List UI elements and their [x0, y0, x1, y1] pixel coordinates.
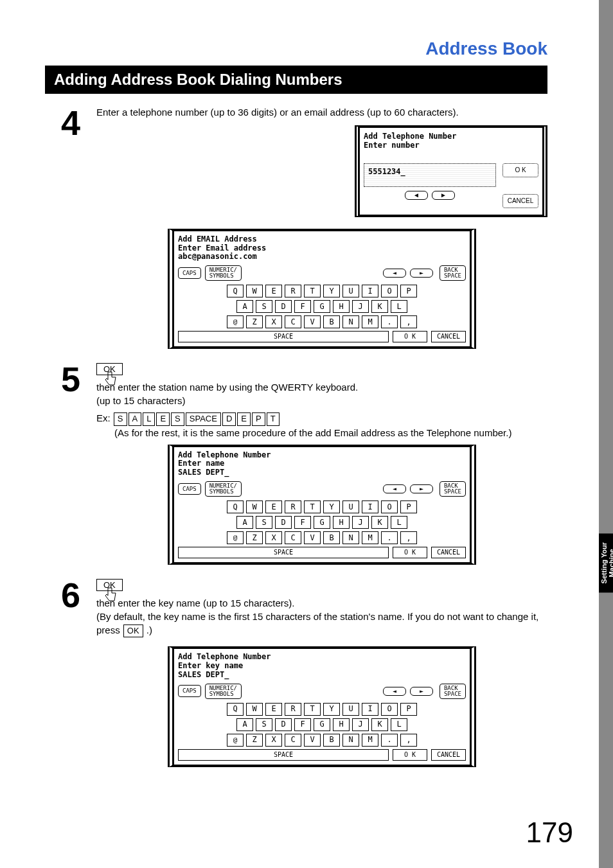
ok-button[interactable]: O K	[393, 749, 427, 761]
key-o[interactable]: O	[381, 500, 398, 513]
space-key[interactable]: SPACE	[178, 749, 389, 761]
key-g[interactable]: G	[314, 516, 330, 529]
left-arrow-button[interactable]: ◄	[383, 484, 406, 493]
right-arrow-button[interactable]: ►	[410, 484, 433, 493]
space-key[interactable]: SPACE	[178, 547, 389, 558]
key-@[interactable]: @	[227, 315, 244, 328]
key-p[interactable]: P	[400, 500, 417, 513]
key-l[interactable]: L	[391, 516, 407, 529]
caps-button[interactable]: CAPS	[178, 483, 201, 495]
key-g[interactable]: G	[314, 718, 330, 731]
key-d[interactable]: D	[275, 516, 292, 529]
key-@[interactable]: @	[227, 734, 244, 747]
backspace-button[interactable]: BACK SPACE	[440, 265, 466, 281]
key-.[interactable]: .	[381, 531, 398, 544]
key-i[interactable]: I	[362, 500, 378, 513]
key-t[interactable]: T	[304, 500, 321, 513]
caps-button[interactable]: CAPS	[178, 267, 201, 279]
key-l[interactable]: L	[391, 300, 407, 313]
key-i[interactable]: I	[362, 703, 378, 716]
key-s[interactable]: S	[256, 718, 272, 731]
key-,[interactable]: ,	[400, 315, 417, 328]
key-f[interactable]: F	[294, 516, 311, 529]
numeric-symbols-button[interactable]: NUMERIC/ SYMBOLS	[205, 481, 242, 497]
key-x[interactable]: X	[265, 531, 282, 544]
key-f[interactable]: F	[294, 718, 311, 731]
key-u[interactable]: U	[342, 285, 359, 297]
key-l[interactable]: L	[391, 718, 407, 731]
key-y[interactable]: Y	[323, 285, 340, 297]
key-w[interactable]: W	[246, 500, 263, 513]
cancel-button[interactable]: CANCEL	[502, 194, 538, 208]
key-z[interactable]: Z	[246, 315, 263, 328]
phone-number-input[interactable]: 5551234_	[364, 163, 496, 187]
ok-button[interactable]: O K	[502, 163, 538, 177]
right-arrow-button[interactable]: ►	[410, 269, 433, 278]
key-h[interactable]: H	[333, 300, 350, 313]
backspace-button[interactable]: BACK SPACE	[440, 684, 466, 699]
key-b[interactable]: B	[323, 734, 340, 747]
key-n[interactable]: N	[342, 531, 359, 544]
key-e[interactable]: E	[265, 500, 282, 513]
cancel-button[interactable]: CANCEL	[431, 331, 466, 342]
key-k[interactable]: K	[371, 718, 388, 731]
cancel-button[interactable]: CANCEL	[431, 749, 466, 761]
ok-button[interactable]: O K	[393, 547, 427, 558]
right-arrow-button[interactable]: ►	[410, 687, 433, 696]
key-m[interactable]: M	[362, 315, 378, 328]
key-t[interactable]: T	[304, 285, 321, 297]
key-u[interactable]: U	[342, 703, 359, 716]
cancel-button[interactable]: CANCEL	[431, 547, 466, 558]
key-c[interactable]: C	[285, 315, 301, 328]
key-r[interactable]: R	[285, 500, 301, 513]
key-h[interactable]: H	[333, 718, 350, 731]
key-n[interactable]: N	[342, 315, 359, 328]
key-q[interactable]: Q	[227, 285, 244, 297]
key-a[interactable]: A	[236, 300, 253, 313]
key-e[interactable]: E	[265, 285, 282, 297]
key-y[interactable]: Y	[323, 500, 340, 513]
key-d[interactable]: D	[275, 718, 292, 731]
key-r[interactable]: R	[285, 703, 301, 716]
backspace-button[interactable]: BACK SPACE	[440, 481, 466, 497]
key-v[interactable]: V	[304, 531, 321, 544]
key-c[interactable]: C	[285, 734, 301, 747]
key-y[interactable]: Y	[323, 703, 340, 716]
key-x[interactable]: X	[265, 315, 282, 328]
key-q[interactable]: Q	[227, 703, 244, 716]
key-b[interactable]: B	[323, 315, 340, 328]
key-a[interactable]: A	[236, 718, 253, 731]
key-c[interactable]: C	[285, 531, 301, 544]
key-w[interactable]: W	[246, 285, 263, 297]
key-p[interactable]: P	[400, 285, 417, 297]
numeric-symbols-button[interactable]: NUMERIC/ SYMBOLS	[205, 265, 242, 281]
right-arrow-button[interactable]: ►	[432, 191, 455, 200]
key-t[interactable]: T	[304, 703, 321, 716]
left-arrow-button[interactable]: ◄	[383, 687, 406, 696]
key-h[interactable]: H	[333, 516, 350, 529]
key-j[interactable]: J	[352, 718, 369, 731]
key-j[interactable]: J	[352, 516, 369, 529]
key-k[interactable]: K	[371, 300, 388, 313]
key-o[interactable]: O	[381, 285, 398, 297]
key-w[interactable]: W	[246, 703, 263, 716]
key-g[interactable]: G	[314, 300, 330, 313]
key-s[interactable]: S	[256, 516, 272, 529]
numeric-symbols-button[interactable]: NUMERIC/ SYMBOLS	[205, 684, 242, 699]
key-x[interactable]: X	[265, 734, 282, 747]
key-o[interactable]: O	[381, 703, 398, 716]
key-v[interactable]: V	[304, 315, 321, 328]
key-f[interactable]: F	[294, 300, 311, 313]
key-m[interactable]: M	[362, 734, 378, 747]
key-r[interactable]: R	[285, 285, 301, 297]
key-u[interactable]: U	[342, 500, 359, 513]
space-key[interactable]: SPACE	[178, 331, 389, 342]
key-q[interactable]: Q	[227, 500, 244, 513]
key-s[interactable]: S	[256, 300, 272, 313]
ok-button[interactable]: O K	[393, 331, 427, 342]
left-arrow-button[interactable]: ◄	[405, 191, 428, 200]
key-z[interactable]: Z	[246, 734, 263, 747]
key-m[interactable]: M	[362, 531, 378, 544]
key-,[interactable]: ,	[400, 734, 417, 747]
key-j[interactable]: J	[352, 300, 369, 313]
